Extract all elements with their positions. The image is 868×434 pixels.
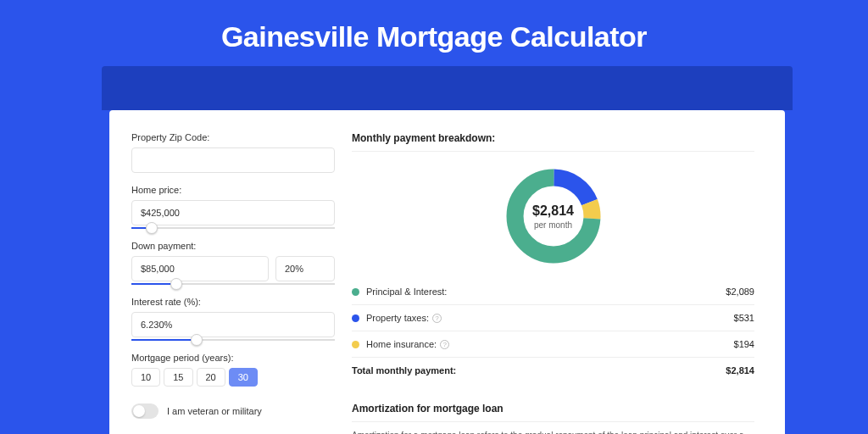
veteran-label: I am veteran or military (167, 406, 262, 416)
legend-value: $194 (734, 339, 754, 349)
legend-label: Principal & Interest: (366, 287, 726, 297)
page-title: Gainesville Mortgage Calculator (0, 0, 868, 65)
breakdown-legend: Principal & Interest:$2,089Property taxe… (352, 279, 754, 358)
legend-label: Home insurance:? (366, 339, 734, 349)
legend-dot-icon (352, 288, 359, 296)
period-button-10[interactable]: 10 (131, 368, 160, 387)
home-price-input[interactable] (131, 200, 335, 225)
legend-label: Property taxes:? (366, 313, 734, 323)
help-icon[interactable]: ? (432, 314, 442, 323)
legend-dot-icon (352, 341, 359, 348)
home-price-block: Home price: (131, 185, 335, 229)
help-icon[interactable]: ? (440, 340, 449, 349)
period-block: Mortgage period (years): 10152030 (131, 353, 335, 387)
donut-center: $2,814 per month (503, 165, 604, 267)
interest-input[interactable] (131, 312, 335, 337)
down-payment-slider[interactable] (131, 283, 335, 285)
period-button-20[interactable]: 20 (197, 368, 225, 387)
legend-dot-icon (352, 314, 359, 322)
calculator-card: Property Zip Code: Home price: Down paym… (109, 110, 785, 434)
total-value: $2,814 (726, 365, 754, 376)
interest-slider[interactable] (131, 339, 335, 341)
total-label: Total monthly payment: (352, 365, 726, 376)
home-price-slider[interactable] (131, 227, 335, 229)
veteran-row: I am veteran or military (131, 403, 335, 419)
breakdown-panel: Monthly payment breakdown: $2,814 per mo… (352, 132, 754, 434)
legend-value: $2,089 (726, 287, 754, 297)
period-button-30[interactable]: 30 (229, 368, 258, 387)
form-panel: Property Zip Code: Home price: Down paym… (131, 132, 335, 434)
zip-block: Property Zip Code: (131, 132, 335, 173)
home-price-label: Home price: (131, 185, 335, 195)
amortization-body: Amortization for a mortgage loan refers … (352, 422, 754, 434)
zip-label: Property Zip Code: (131, 132, 335, 142)
legend-value: $531 (734, 313, 754, 323)
period-options: 10152030 (131, 368, 335, 387)
amortization-section: Amortization for mortgage loan Amortizat… (352, 395, 754, 434)
period-label: Mortgage period (years): (131, 353, 335, 363)
amortization-title: Amortization for mortgage loan (352, 396, 754, 422)
legend-row: Home insurance:?$194 (352, 331, 754, 358)
down-payment-label: Down payment: (131, 241, 335, 251)
interest-label: Interest rate (%): (131, 297, 335, 307)
down-payment-input[interactable] (131, 256, 269, 281)
legend-row: Property taxes:?$531 (352, 305, 754, 331)
card-shadow (102, 66, 793, 110)
legend-row: Principal & Interest:$2,089 (352, 279, 754, 305)
total-row: Total monthly payment: $2,814 (352, 358, 754, 383)
donut-sub: per month (534, 220, 572, 230)
interest-block: Interest rate (%): (131, 297, 335, 341)
zip-input[interactable] (131, 147, 335, 173)
down-payment-block: Down payment: (131, 241, 335, 285)
donut-chart: $2,814 per month (503, 165, 604, 267)
veteran-toggle[interactable] (131, 403, 159, 419)
breakdown-title: Monthly payment breakdown: (352, 132, 754, 152)
donut-amount: $2,814 (532, 203, 574, 219)
down-payment-pct-input[interactable] (275, 256, 335, 281)
donut-chart-wrap: $2,814 per month (352, 160, 754, 279)
period-button-15[interactable]: 15 (164, 368, 192, 387)
